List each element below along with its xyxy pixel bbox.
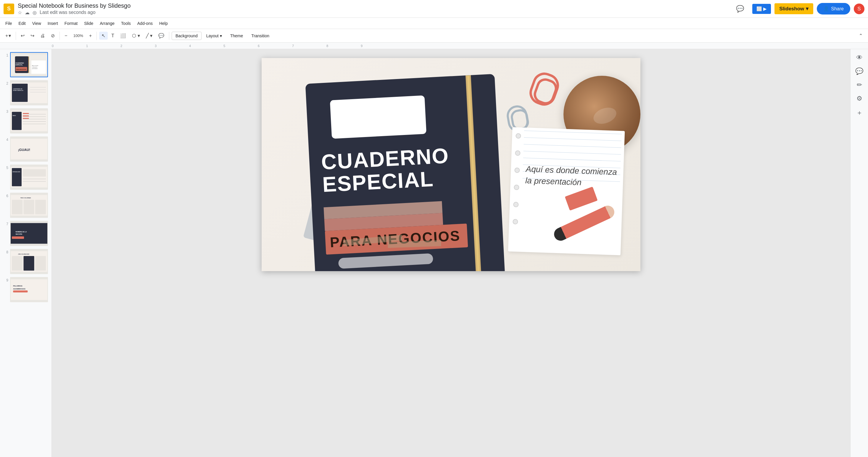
slide-thumb-1[interactable]: 1 CUADERNO ESPECIAL PARA NEGOCIOS Aquí e… <box>4 52 48 77</box>
slide-img-3[interactable]: ÍNDICE <box>10 108 48 133</box>
svg-rect-54 <box>13 291 28 293</box>
undo-button[interactable]: ↩ <box>18 32 27 40</box>
slide-canvas-8: ¡TRES COLUMNAS MÁS! <box>11 249 48 273</box>
slide-thumb-5[interactable]: 5 INTRODUCCIÓN <box>4 164 48 190</box>
main-area: 1 CUADERNO ESPECIAL PARA NEGOCIOS Aquí e… <box>0 49 868 457</box>
text-tool-button[interactable]: T <box>109 32 117 40</box>
paper-line-1 <box>524 130 622 134</box>
slide-img-6[interactable]: TRES COLUMNAS <box>10 193 48 218</box>
ruler-mark-3: 3 <box>155 44 189 48</box>
menu-view[interactable]: View <box>29 20 44 27</box>
menu-file[interactable]: File <box>2 20 15 27</box>
zoom-in-button[interactable]: + <box>87 32 94 40</box>
right-icon-settings[interactable]: ⚙ <box>857 95 862 102</box>
right-icon-comment[interactable]: 💬 <box>855 67 863 75</box>
menu-arrange[interactable]: Arrange <box>97 20 118 27</box>
layout-button[interactable]: Layout ▾ <box>203 32 225 40</box>
print-button[interactable]: 🖨 <box>38 32 48 40</box>
add-dropdown-icon: ▾ <box>8 33 11 38</box>
slide-panel: 1 CUADERNO ESPECIAL PARA NEGOCIOS Aquí e… <box>0 49 52 457</box>
menu-edit[interactable]: Edit <box>16 20 29 27</box>
redo-button[interactable]: ↪ <box>28 32 37 40</box>
comment-button[interactable]: 💬 <box>731 3 749 15</box>
paint-format-button[interactable]: ⊘ <box>49 32 57 40</box>
svg-rect-2 <box>28 56 29 73</box>
present-button[interactable]: ⬜ ▶ <box>752 4 771 14</box>
menu-help[interactable]: Help <box>156 20 171 27</box>
cloud-icon[interactable]: ☁ <box>25 10 30 16</box>
slide-num-9: 9 <box>4 277 8 282</box>
share-button[interactable]: 👤 Share <box>817 3 850 14</box>
slide-main[interactable]: CUADERNO ESPECIAL PARA NEGOCIOS <box>261 58 641 271</box>
slide-img-4[interactable]: ¡GUAU! <box>10 136 48 162</box>
slide-num-2: 2 <box>4 80 8 86</box>
svg-text:ÍNDICE: ÍNDICE <box>13 115 16 116</box>
svg-text:Aquí es donde: Aquí es donde <box>32 65 38 66</box>
line-tool-button[interactable]: ╱ ▾ <box>144 32 155 40</box>
ruler-mark-7: 7 <box>292 44 327 48</box>
menu-addons[interactable]: Add-ons <box>134 20 156 27</box>
slide-thumb-2[interactable]: 2 CONTENIDO DE ESTA PLANTILLA <box>4 80 48 105</box>
hole-6 <box>513 219 518 225</box>
background-button[interactable]: Background <box>172 32 202 40</box>
zoom-label-button[interactable]: 100% <box>71 32 86 39</box>
slide-img-8[interactable]: ¡TRES COLUMNAS MÁS! <box>10 249 48 274</box>
slide-canvas-9: PALABRAS ASOMBROSAS <box>11 278 48 302</box>
menu-insert[interactable]: Insert <box>45 20 61 27</box>
select-tool-button[interactable]: ↖ <box>99 32 108 40</box>
slide-thumb-9[interactable]: 9 PALABRAS ASOMBROSAS <box>4 277 48 302</box>
comment-tool-button[interactable]: 💬 <box>156 32 166 40</box>
present-label: ▶ <box>763 6 767 11</box>
slide-thumb-3[interactable]: 3 ÍNDICE <box>4 108 48 133</box>
svg-rect-12 <box>12 84 28 102</box>
user-avatar[interactable]: S <box>854 4 864 14</box>
doc-icons: ☆ ☁ ◎ Last edit was seconds ago <box>18 10 729 16</box>
layout-label: Layout <box>206 33 219 38</box>
notebook-bottom-rect <box>338 253 433 269</box>
slide-num-3: 3 <box>4 108 8 114</box>
slide-img-2[interactable]: CONTENIDO DE ESTA PLANTILLA <box>10 80 48 105</box>
slide-img-9[interactable]: PALABRAS ASOMBROSAS <box>10 277 48 302</box>
collapse-button[interactable]: ⌃ <box>857 32 865 40</box>
theme-button[interactable]: Theme <box>227 32 247 40</box>
slide-thumb-4[interactable]: 4 ¡GUAU! <box>4 136 48 162</box>
ruler-mark-1: 1 <box>86 44 120 48</box>
menu-slide[interactable]: Slide <box>81 20 96 27</box>
right-icon-eye[interactable]: 👁 <box>856 54 863 62</box>
image-tool-button[interactable]: ⬜ <box>118 32 128 40</box>
coffee-cup-highlight <box>591 105 619 127</box>
canvas-area[interactable]: CUADERNO ESPECIAL PARA NEGOCIOS <box>52 49 850 457</box>
slide-thumb-7[interactable]: 7 NOMBRE DE LA SECCIÓN <box>4 221 48 246</box>
layout-dropdown-icon: ▾ <box>220 33 222 38</box>
notebook[interactable]: CUADERNO ESPECIAL PARA NEGOCIOS <box>305 74 505 271</box>
menu-format[interactable]: Format <box>62 20 81 27</box>
star-icon[interactable]: ☆ <box>18 10 22 16</box>
svg-text:PARA NEGOCIOS: PARA NEGOCIOS <box>16 69 26 70</box>
app-logo[interactable]: S <box>4 4 14 14</box>
slide-canvas-3: ÍNDICE <box>11 109 48 133</box>
hole-3 <box>514 167 520 173</box>
slide-num-6: 6 <box>4 193 8 198</box>
paper-line-5 <box>523 158 621 162</box>
slide-img-7[interactable]: NOMBRE DE LA SECCIÓN <box>10 221 48 246</box>
slide-thumb-8[interactable]: 8 ¡TRES COLUMNAS MÁS! <box>4 249 48 274</box>
folder-icon[interactable]: ◎ <box>33 10 37 16</box>
menu-tools[interactable]: Tools <box>118 20 134 27</box>
ruler-mark-9: 9 <box>361 44 395 48</box>
notebook-spine <box>466 75 482 271</box>
slide-thumb-6[interactable]: 6 TRES COLUMNAS <box>4 193 48 218</box>
slide-img-5[interactable]: INTRODUCCIÓN <box>10 164 48 190</box>
add-slide-button[interactable]: + ▾ <box>3 32 13 40</box>
slide-canvas-4: ¡GUAU! <box>11 137 48 161</box>
svg-text:¡GUAU!: ¡GUAU! <box>18 148 30 152</box>
share-icon: 👤 <box>823 6 829 11</box>
zoom-out-button[interactable]: − <box>62 32 69 40</box>
slide-num-8: 8 <box>4 249 8 254</box>
slide-img-1[interactable]: CUADERNO ESPECIAL PARA NEGOCIOS Aquí es … <box>10 52 48 77</box>
paper-line-2 <box>524 138 621 141</box>
right-icon-add[interactable]: ＋ <box>856 108 863 117</box>
shape-tool-button[interactable]: ⬡ ▾ <box>130 32 142 40</box>
transition-button[interactable]: Transition <box>248 32 273 40</box>
right-icon-edit[interactable]: ✏ <box>857 81 862 89</box>
slideshow-button[interactable]: Slideshow ▾ <box>774 3 813 14</box>
